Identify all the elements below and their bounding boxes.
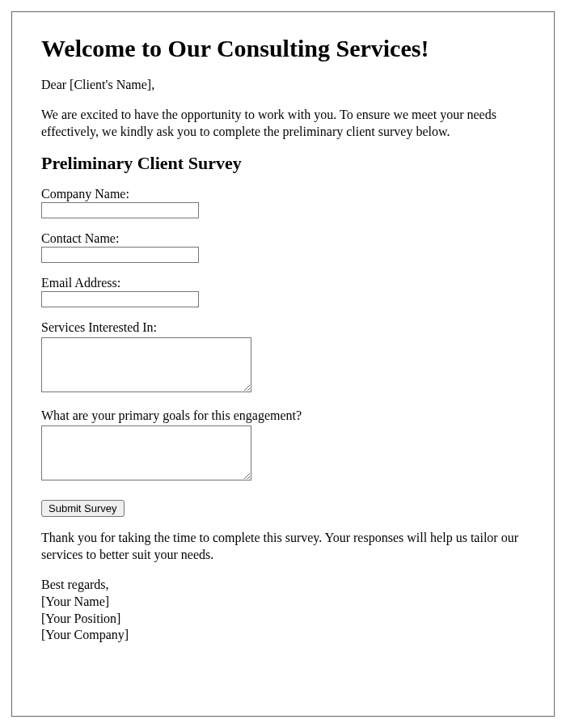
thanks-text: Thank you for taking the time to complet… (41, 530, 525, 564)
company-name-label: Company Name: (41, 187, 525, 201)
goals-field: What are your primary goals for this eng… (41, 408, 525, 484)
company-name-input[interactable] (41, 202, 199, 218)
page-title: Welcome to Our Consulting Services! (41, 35, 525, 62)
company-name-field: Company Name: (41, 187, 525, 218)
signoff-name: [Your Name] (41, 594, 525, 611)
goals-textarea[interactable] (41, 425, 251, 480)
signoff-block: Best regards, [Your Name] [Your Position… (41, 577, 525, 644)
email-field: Email Address: (41, 276, 525, 307)
intro-text: We are excited to have the opportunity t… (41, 107, 525, 141)
contact-name-field: Contact Name: (41, 231, 525, 263)
signoff-company: [Your Company] (41, 627, 525, 644)
services-field: Services Interested In: (41, 320, 525, 396)
signoff-regards: Best regards, (41, 577, 525, 594)
submit-button[interactable]: Submit Survey (41, 500, 125, 517)
contact-name-label: Contact Name: (41, 231, 525, 246)
services-label: Services Interested In: (41, 320, 525, 335)
document-page: Welcome to Our Consulting Services! Dear… (11, 11, 555, 717)
signoff-position: [Your Position] (41, 611, 525, 628)
contact-name-input[interactable] (41, 247, 199, 263)
greeting-text: Dear [Client's Name], (41, 77, 525, 94)
services-textarea[interactable] (41, 337, 251, 392)
survey-heading: Preliminary Client Survey (41, 153, 525, 174)
goals-label: What are your primary goals for this eng… (41, 408, 525, 423)
email-input[interactable] (41, 291, 199, 307)
email-label: Email Address: (41, 276, 525, 290)
